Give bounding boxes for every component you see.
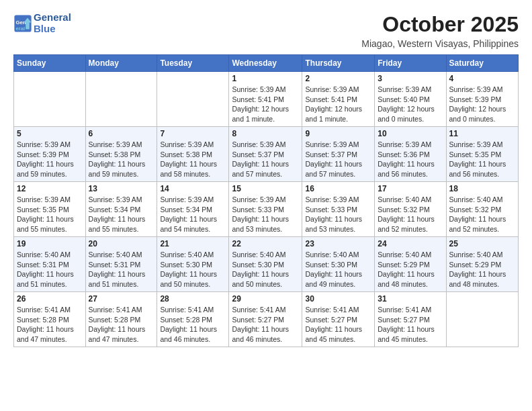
calendar-cell: 10Sunrise: 5:39 AMSunset: 5:36 PMDayligh… bbox=[375, 127, 446, 182]
calendar-cell: 4Sunrise: 5:39 AMSunset: 5:39 PMDaylight… bbox=[446, 72, 518, 127]
calendar-cell: 12Sunrise: 5:39 AMSunset: 5:35 PMDayligh… bbox=[14, 182, 86, 237]
location-title: Miagao, Western Visayas, Philippines bbox=[361, 38, 519, 49]
day-number: 12 bbox=[17, 184, 83, 193]
calendar-cell: 30Sunrise: 5:41 AMSunset: 5:27 PMDayligh… bbox=[302, 292, 375, 347]
day-number: 9 bbox=[305, 129, 371, 138]
calendar-header-sunday: Sunday bbox=[14, 55, 86, 72]
calendar-cell: 21Sunrise: 5:40 AMSunset: 5:30 PMDayligh… bbox=[157, 237, 229, 292]
calendar-cell: 19Sunrise: 5:40 AMSunset: 5:31 PMDayligh… bbox=[14, 237, 86, 292]
day-number: 4 bbox=[449, 74, 515, 83]
day-detail: Sunrise: 5:40 AMSunset: 5:30 PMDaylight:… bbox=[232, 250, 299, 289]
day-number: 2 bbox=[305, 74, 371, 83]
day-detail: Sunrise: 5:39 AMSunset: 5:34 PMDaylight:… bbox=[89, 195, 154, 234]
calendar-cell: 16Sunrise: 5:39 AMSunset: 5:33 PMDayligh… bbox=[302, 182, 375, 237]
day-detail: Sunrise: 5:40 AMSunset: 5:29 PMDaylight:… bbox=[449, 250, 515, 289]
calendar-week-5: 26Sunrise: 5:41 AMSunset: 5:28 PMDayligh… bbox=[14, 292, 519, 347]
calendar-table: SundayMondayTuesdayWednesdayThursdayFrid… bbox=[13, 54, 519, 347]
day-number: 27 bbox=[89, 294, 154, 304]
day-number: 3 bbox=[378, 74, 443, 83]
calendar-cell: 1Sunrise: 5:39 AMSunset: 5:41 PMDaylight… bbox=[229, 72, 302, 127]
calendar-week-3: 12Sunrise: 5:39 AMSunset: 5:35 PMDayligh… bbox=[14, 182, 519, 237]
day-detail: Sunrise: 5:39 AMSunset: 5:36 PMDaylight:… bbox=[378, 140, 443, 179]
calendar-cell bbox=[446, 292, 518, 347]
calendar-cell: 3Sunrise: 5:39 AMSunset: 5:40 PMDaylight… bbox=[375, 72, 446, 127]
day-number: 15 bbox=[232, 184, 299, 193]
calendar-cell bbox=[157, 72, 229, 127]
calendar-week-4: 19Sunrise: 5:40 AMSunset: 5:31 PMDayligh… bbox=[14, 237, 519, 292]
day-detail: Sunrise: 5:40 AMSunset: 5:32 PMDaylight:… bbox=[449, 195, 515, 234]
day-detail: Sunrise: 5:41 AMSunset: 5:28 PMDaylight:… bbox=[89, 305, 154, 345]
calendar-header-saturday: Saturday bbox=[446, 55, 518, 72]
calendar-cell: 20Sunrise: 5:40 AMSunset: 5:31 PMDayligh… bbox=[85, 237, 157, 292]
day-detail: Sunrise: 5:40 AMSunset: 5:32 PMDaylight:… bbox=[378, 195, 443, 234]
day-detail: Sunrise: 5:39 AMSunset: 5:37 PMDaylight:… bbox=[305, 140, 371, 179]
calendar-header-monday: Monday bbox=[85, 55, 157, 72]
day-detail: Sunrise: 5:39 AMSunset: 5:33 PMDaylight:… bbox=[232, 195, 299, 234]
calendar-cell: 14Sunrise: 5:39 AMSunset: 5:34 PMDayligh… bbox=[157, 182, 229, 237]
calendar-header-thursday: Thursday bbox=[302, 55, 375, 72]
calendar-cell: 23Sunrise: 5:40 AMSunset: 5:30 PMDayligh… bbox=[302, 237, 375, 292]
calendar-header-friday: Friday bbox=[375, 55, 446, 72]
day-number: 11 bbox=[449, 129, 515, 138]
calendar-cell: 15Sunrise: 5:39 AMSunset: 5:33 PMDayligh… bbox=[229, 182, 302, 237]
day-detail: Sunrise: 5:39 AMSunset: 5:40 PMDaylight:… bbox=[378, 85, 443, 124]
day-detail: Sunrise: 5:40 AMSunset: 5:30 PMDaylight:… bbox=[305, 250, 371, 289]
day-detail: Sunrise: 5:39 AMSunset: 5:41 PMDaylight:… bbox=[232, 85, 299, 124]
calendar-cell: 8Sunrise: 5:39 AMSunset: 5:37 PMDaylight… bbox=[229, 127, 302, 182]
calendar-cell bbox=[14, 72, 86, 127]
calendar-cell: 7Sunrise: 5:39 AMSunset: 5:38 PMDaylight… bbox=[157, 127, 229, 182]
day-number: 10 bbox=[378, 129, 443, 138]
calendar-cell: 6Sunrise: 5:39 AMSunset: 5:38 PMDaylight… bbox=[85, 127, 157, 182]
day-number: 25 bbox=[449, 239, 515, 248]
day-number: 17 bbox=[378, 184, 443, 193]
day-detail: Sunrise: 5:39 AMSunset: 5:35 PMDaylight:… bbox=[17, 195, 83, 234]
day-detail: Sunrise: 5:41 AMSunset: 5:28 PMDaylight:… bbox=[17, 305, 83, 345]
calendar-week-1: 1Sunrise: 5:39 AMSunset: 5:41 PMDaylight… bbox=[14, 72, 519, 127]
day-number: 19 bbox=[17, 239, 83, 248]
logo-text: General Blue bbox=[34, 12, 71, 34]
calendar-cell: 27Sunrise: 5:41 AMSunset: 5:28 PMDayligh… bbox=[85, 292, 157, 347]
title-block: October 2025 Miagao, Western Visayas, Ph… bbox=[361, 12, 519, 49]
day-detail: Sunrise: 5:39 AMSunset: 5:33 PMDaylight:… bbox=[305, 195, 371, 234]
logo: Gen eral General Blue bbox=[13, 12, 71, 34]
day-detail: Sunrise: 5:40 AMSunset: 5:30 PMDaylight:… bbox=[160, 250, 226, 289]
svg-text:Gen: Gen bbox=[16, 19, 26, 26]
calendar-cell: 22Sunrise: 5:40 AMSunset: 5:30 PMDayligh… bbox=[229, 237, 302, 292]
day-detail: Sunrise: 5:40 AMSunset: 5:31 PMDaylight:… bbox=[17, 250, 83, 289]
calendar-cell: 17Sunrise: 5:40 AMSunset: 5:32 PMDayligh… bbox=[375, 182, 446, 237]
day-detail: Sunrise: 5:39 AMSunset: 5:38 PMDaylight:… bbox=[160, 140, 226, 179]
day-number: 26 bbox=[17, 294, 83, 304]
day-number: 1 bbox=[232, 74, 299, 83]
calendar-cell: 29Sunrise: 5:41 AMSunset: 5:27 PMDayligh… bbox=[229, 292, 302, 347]
month-title: October 2025 bbox=[361, 12, 519, 37]
calendar-cell: 18Sunrise: 5:40 AMSunset: 5:32 PMDayligh… bbox=[446, 182, 518, 237]
day-number: 22 bbox=[232, 239, 299, 248]
day-number: 16 bbox=[305, 184, 371, 193]
day-detail: Sunrise: 5:39 AMSunset: 5:41 PMDaylight:… bbox=[305, 85, 371, 124]
day-detail: Sunrise: 5:40 AMSunset: 5:29 PMDaylight:… bbox=[378, 250, 443, 289]
day-detail: Sunrise: 5:39 AMSunset: 5:39 PMDaylight:… bbox=[449, 85, 515, 124]
day-detail: Sunrise: 5:39 AMSunset: 5:37 PMDaylight:… bbox=[232, 140, 299, 179]
calendar-header-wednesday: Wednesday bbox=[229, 55, 302, 72]
day-number: 20 bbox=[89, 239, 154, 248]
svg-text:eral: eral bbox=[16, 25, 26, 31]
calendar-cell: 26Sunrise: 5:41 AMSunset: 5:28 PMDayligh… bbox=[14, 292, 86, 347]
day-number: 23 bbox=[305, 239, 371, 248]
day-number: 31 bbox=[378, 294, 443, 304]
day-number: 7 bbox=[160, 129, 226, 138]
day-number: 6 bbox=[89, 129, 154, 138]
calendar-cell bbox=[85, 72, 157, 127]
day-number: 24 bbox=[378, 239, 443, 248]
day-detail: Sunrise: 5:39 AMSunset: 5:38 PMDaylight:… bbox=[89, 140, 154, 179]
calendar-cell: 24Sunrise: 5:40 AMSunset: 5:29 PMDayligh… bbox=[375, 237, 446, 292]
calendar-header-row: SundayMondayTuesdayWednesdayThursdayFrid… bbox=[14, 55, 519, 72]
calendar-cell: 31Sunrise: 5:41 AMSunset: 5:27 PMDayligh… bbox=[375, 292, 446, 347]
day-number: 18 bbox=[449, 184, 515, 193]
day-detail: Sunrise: 5:41 AMSunset: 5:28 PMDaylight:… bbox=[160, 305, 226, 345]
day-number: 8 bbox=[232, 129, 299, 138]
day-detail: Sunrise: 5:39 AMSunset: 5:39 PMDaylight:… bbox=[17, 140, 83, 179]
day-number: 30 bbox=[305, 294, 371, 304]
calendar-cell: 5Sunrise: 5:39 AMSunset: 5:39 PMDaylight… bbox=[14, 127, 86, 182]
calendar-cell: 25Sunrise: 5:40 AMSunset: 5:29 PMDayligh… bbox=[446, 237, 518, 292]
day-detail: Sunrise: 5:41 AMSunset: 5:27 PMDaylight:… bbox=[232, 305, 299, 345]
